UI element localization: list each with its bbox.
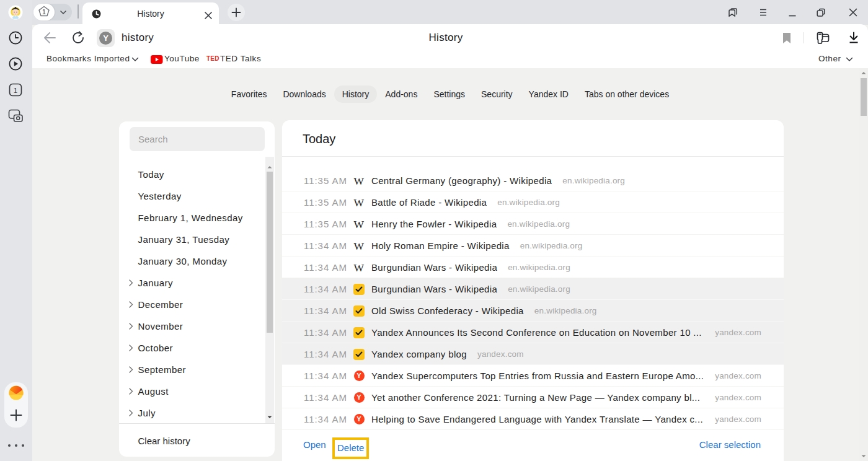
svg-text:1: 1 (42, 8, 46, 15)
svg-text:1: 1 (14, 87, 17, 94)
